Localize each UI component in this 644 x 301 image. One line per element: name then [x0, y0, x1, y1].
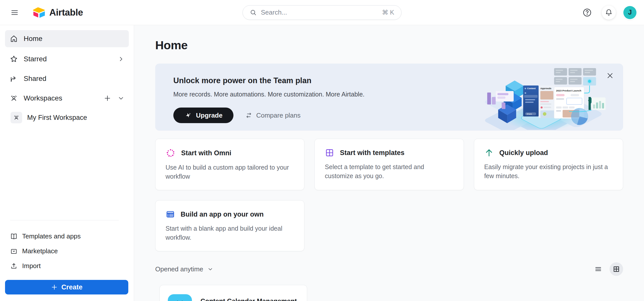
sidebar-item-workspaces[interactable]: Workspaces — [5, 90, 129, 106]
plus-icon — [51, 284, 58, 291]
upgrade-button[interactable]: Upgrade — [173, 108, 233, 123]
card-title: Quickly upload — [499, 149, 548, 157]
card-title: Build an app on your own — [181, 211, 264, 218]
card-title: Start with Omni — [181, 149, 231, 157]
close-icon[interactable] — [605, 70, 616, 81]
workspace-name: My First Workspace — [27, 114, 87, 122]
card-start-with-templates[interactable]: Start with templates Select a template t… — [314, 139, 464, 190]
sidebar-item-label: Marketplace — [22, 247, 58, 255]
banner-illustration: Content Share Approvals — [477, 65, 608, 130]
sidebar: Home Starred Shared Workspaces — [0, 25, 134, 301]
omni-dots-icon — [166, 148, 176, 158]
sidebar-item-starred[interactable]: Starred — [5, 51, 129, 67]
card-start-with-omni[interactable]: Start with Omni Use AI to build a custom… — [155, 139, 304, 190]
search-shortcut-hint: ⌘ K — [382, 9, 394, 16]
sparkle-icon — [184, 112, 192, 119]
search-bar[interactable]: ⌘ K — [243, 5, 401, 20]
top-bar: Airtable ⌘ K J — [0, 0, 644, 25]
sidebar-item-templates-and-apps[interactable]: Templates and apps — [0, 229, 134, 244]
chevron-down-icon — [207, 266, 213, 272]
shopping-bag-icon — [10, 247, 18, 255]
sidebar-item-label: Home — [24, 35, 43, 43]
upload-icon — [10, 262, 18, 270]
card-build-an-app[interactable]: Build an app on your own Start with a bl… — [155, 200, 304, 251]
create-button[interactable]: Create — [5, 280, 128, 294]
sidebar-item-label: Shared — [24, 75, 46, 83]
svg-text:Approvals: Approvals — [540, 87, 551, 90]
banner-subtitle: More records. More automations. More cus… — [173, 91, 365, 98]
sidebar-item-label: Starred — [24, 55, 47, 63]
add-workspace-icon[interactable] — [104, 94, 111, 102]
opened-anytime-filter[interactable]: Opened anytime — [155, 265, 213, 273]
help-button[interactable] — [580, 6, 594, 20]
star-icon — [10, 55, 18, 63]
grid-view-toggle[interactable] — [610, 262, 623, 276]
compare-plans-link[interactable]: Compare plans — [245, 112, 300, 119]
sidebar-item-label: Templates and apps — [22, 232, 81, 240]
grid-icon — [325, 148, 334, 158]
home-icon — [10, 34, 18, 43]
search-icon — [250, 9, 257, 16]
airtable-logo-icon — [33, 7, 46, 18]
svg-text:Content: Content — [527, 87, 536, 90]
card-title: Start with templates — [340, 149, 405, 157]
sidebar-item-marketplace[interactable]: Marketplace — [0, 244, 134, 259]
workspaces-people-icon — [10, 94, 18, 103]
banner-title: Unlock more power on the Team plan — [173, 76, 365, 85]
card-description: Use AI to build a custom app tailored to… — [166, 163, 294, 181]
airtable-logo[interactable]: Airtable — [33, 7, 83, 18]
sidebar-item-shared[interactable]: Shared — [5, 71, 129, 86]
workspace-people-icon — [11, 112, 22, 123]
arrow-up-icon — [484, 148, 494, 158]
swap-arrows-icon — [245, 112, 253, 119]
sidebar-item-home[interactable]: Home — [5, 30, 129, 47]
sidebar-item-label: Workspaces — [24, 94, 62, 102]
main-content: Home Unlock more power on the Team plan … — [134, 25, 644, 301]
table-icon — [166, 210, 175, 219]
svg-text:Share: Share — [527, 113, 532, 115]
sidebar-item-my-first-workspace[interactable]: My First Workspace — [5, 110, 129, 125]
sidebar-divider — [10, 220, 119, 220]
recent-base-content-calendar[interactable]: 31 Content Calendar Management Opened 21… — [159, 285, 307, 301]
recent-item-title: Content Calendar Management — [200, 297, 297, 301]
page-title: Home — [155, 38, 623, 52]
user-avatar[interactable]: J — [623, 6, 636, 19]
notifications-button[interactable] — [602, 6, 616, 20]
search-input[interactable] — [261, 9, 378, 16]
list-view-toggle[interactable] — [591, 262, 605, 276]
hamburger-menu-icon[interactable] — [8, 6, 22, 20]
upgrade-banner: Unlock more power on the Team plan More … — [155, 64, 623, 131]
chevron-down-icon[interactable] — [118, 95, 124, 102]
card-description: Easily migrate your existing projects in… — [484, 163, 613, 180]
sidebar-item-label: Import — [22, 262, 41, 270]
card-description: Start with a blank app and build your id… — [166, 224, 294, 242]
share-icon — [10, 74, 18, 83]
svg-text:2023 Product Launch: 2023 Product Launch — [556, 89, 581, 92]
card-quickly-upload[interactable]: Quickly upload Easily migrate your exist… — [474, 139, 623, 190]
chevron-right-icon[interactable] — [118, 56, 124, 62]
sidebar-item-import[interactable]: Import — [0, 259, 134, 273]
airtable-wordmark: Airtable — [49, 7, 83, 18]
calendar-31-icon: 31 — [168, 294, 192, 301]
book-icon — [10, 233, 18, 240]
card-description: Select a template to get started and cus… — [325, 163, 453, 180]
